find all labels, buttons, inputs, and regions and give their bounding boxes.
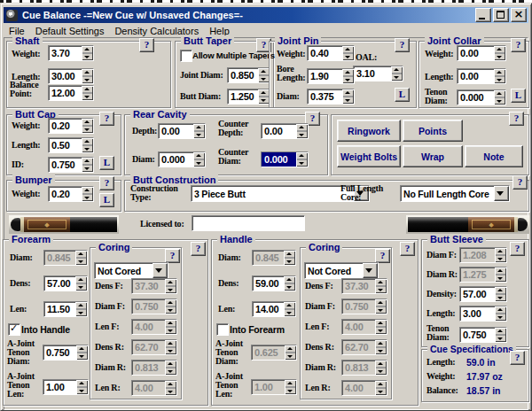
- full-length-core-dropdown[interactable]: No Full Length Core: [400, 185, 510, 202]
- joint-collar-help-button[interactable]: ?: [511, 38, 526, 52]
- handle-help-button[interactable]: ?: [400, 242, 415, 256]
- bore-length-field[interactable]: 1.90: [307, 68, 355, 84]
- ringwork-button[interactable]: Ringwork: [337, 120, 401, 142]
- spinner[interactable]: [296, 124, 308, 138]
- spinner[interactable]: [82, 187, 93, 201]
- butt-sleeve-tenon-field[interactable]: 0.750: [459, 327, 507, 343]
- note-button[interactable]: Note: [465, 145, 523, 167]
- allow-multiple-tapers-checkbox[interactable]: [180, 50, 192, 62]
- handle-diam-r-field: 0.813: [341, 360, 387, 376]
- joint-pin-help-button[interactable]: ?: [395, 38, 410, 52]
- spinner[interactable]: [495, 306, 506, 321]
- handle-len-field[interactable]: 14.00: [252, 301, 296, 317]
- handle-coring-help-button[interactable]: ?: [375, 249, 390, 263]
- weight-bolts-button[interactable]: Weight Bolts: [337, 145, 401, 167]
- joint-collar-length-field[interactable]: 0.00: [457, 68, 506, 84]
- joint-pin-l-button[interactable]: L: [395, 88, 410, 102]
- handle-dens-field[interactable]: 59.00: [252, 275, 296, 291]
- forearm-diam-r-field: 0.813: [131, 360, 177, 376]
- bumper-l-button[interactable]: L: [99, 193, 114, 207]
- spinner[interactable]: [495, 328, 506, 342]
- bumper-help-button[interactable]: ?: [99, 176, 114, 190]
- butt-cap-help-button[interactable]: ?: [99, 112, 114, 126]
- oal-field[interactable]: 3.10: [353, 66, 403, 81]
- forearm-coring-help-button[interactable]: ?: [165, 249, 180, 263]
- counter-depth-field[interactable]: 0.00: [261, 123, 309, 139]
- rear-cavity-depth-field[interactable]: 0.00: [158, 123, 206, 139]
- wrap-button[interactable]: Wrap: [403, 145, 463, 167]
- dropdown-arrow-icon[interactable]: [363, 263, 378, 278]
- joint-pin-diam-field[interactable]: 0.375: [307, 89, 355, 105]
- shaft-length-field[interactable]: 30.00: [48, 68, 94, 84]
- butt-cap-l-button[interactable]: L: [99, 156, 114, 170]
- spinner[interactable]: [494, 90, 505, 105]
- butt-sleeve-diam-r-field: 1.275: [459, 267, 507, 283]
- spinner[interactable]: [495, 287, 506, 301]
- spinner[interactable]: [193, 124, 205, 138]
- spinner[interactable]: [76, 380, 88, 394]
- cue-inlay-graphic: [27, 220, 66, 229]
- cue-specs-help-button[interactable]: ?: [510, 351, 525, 365]
- joint-pin-weight-field[interactable]: 0.40: [307, 45, 355, 61]
- forearm-help-button[interactable]: ?: [191, 242, 206, 256]
- spinner[interactable]: [76, 345, 88, 360]
- dropdown-arrow-icon[interactable]: [494, 186, 509, 201]
- butt-cap-id-field[interactable]: 0.750: [48, 157, 94, 173]
- spinner: [375, 340, 387, 354]
- group-handle-coring: Coring ? Not Cored Dens F: 37.30 Diam F:…: [300, 247, 392, 399]
- forearm-ajoint-tenon-diam-field[interactable]: 0.750: [43, 345, 89, 361]
- handle-ajoint-tenon-len-label: A-Joint Tenon Len:: [215, 372, 251, 399]
- shaft-weight-field[interactable]: 3.70: [48, 45, 94, 61]
- licensed-to-input[interactable]: [192, 215, 305, 231]
- joint-diam-field[interactable]: 0.850: [227, 67, 270, 83]
- handle-coring-dropdown[interactable]: Not Cored: [304, 262, 379, 279]
- forearm-len-field[interactable]: 11.50: [43, 301, 88, 317]
- butt-sleeve-density-field[interactable]: 57.00: [459, 286, 507, 302]
- cue-specs-balance-label: Balance:: [426, 386, 464, 395]
- spinner[interactable]: [82, 69, 93, 83]
- forearm-ajoint-tenon-len-field[interactable]: 1.00: [43, 379, 89, 395]
- butt-sleeve-length-field[interactable]: 3.00: [459, 306, 507, 322]
- spinner[interactable]: [284, 302, 295, 316]
- spinner[interactable]: [342, 89, 354, 104]
- spinner[interactable]: [75, 302, 87, 316]
- butt-cap-weight-field[interactable]: 0.20: [48, 118, 94, 134]
- handle-len-r-field: 4.00: [341, 380, 387, 396]
- into-handle-checkbox[interactable]: [8, 323, 20, 336]
- spinner[interactable]: [193, 152, 205, 167]
- butt-cap-length-field[interactable]: 0.50: [48, 137, 94, 153]
- spinner[interactable]: [284, 276, 295, 291]
- into-forearm-checkbox[interactable]: [216, 323, 229, 336]
- spinner[interactable]: [342, 46, 354, 60]
- group-handle-coring-title: Coring: [306, 242, 342, 252]
- spinner[interactable]: [82, 46, 93, 60]
- allow-multiple-tapers-label: Allow Multiple Tapers: [192, 50, 275, 60]
- butt-diam-field[interactable]: 1.250: [227, 89, 270, 105]
- spinner[interactable]: [82, 138, 93, 152]
- dropdown-arrow-icon[interactable]: [153, 263, 168, 278]
- rear-cavity-diam-field[interactable]: 0.000: [158, 151, 206, 167]
- spinner[interactable]: [82, 119, 93, 133]
- shaft-balance-field[interactable]: 12.00: [48, 85, 94, 101]
- spinner[interactable]: [494, 69, 505, 83]
- shaft-help-button[interactable]: ?: [139, 38, 154, 52]
- spinner[interactable]: [82, 158, 93, 172]
- joint-collar-tenon-field[interactable]: 0.000: [457, 89, 506, 105]
- butt-construction-help-button[interactable]: ?: [512, 175, 528, 190]
- bumper-weight-field[interactable]: 0.20: [48, 186, 94, 202]
- forearm-dens-field[interactable]: 57.00: [43, 275, 88, 291]
- spinner[interactable]: [494, 46, 505, 60]
- butt-sleeve-help-button[interactable]: ?: [510, 242, 525, 256]
- spinner[interactable]: [391, 66, 403, 81]
- joint-collar-l-button[interactable]: L: [511, 89, 526, 103]
- forearm-coring-dropdown[interactable]: Not Cored: [94, 262, 168, 279]
- points-button[interactable]: Points: [403, 120, 463, 142]
- counter-diam-field[interactable]: 0.000: [261, 151, 309, 167]
- spinner[interactable]: [82, 86, 93, 100]
- spinner[interactable]: [75, 276, 87, 291]
- spinner[interactable]: [296, 152, 308, 167]
- into-forearm-label: Into Forearm: [230, 324, 285, 335]
- joint-collar-weight-field[interactable]: 0.00: [457, 45, 506, 61]
- spinner[interactable]: [342, 69, 354, 83]
- tools-help-button[interactable]: ?: [509, 112, 524, 126]
